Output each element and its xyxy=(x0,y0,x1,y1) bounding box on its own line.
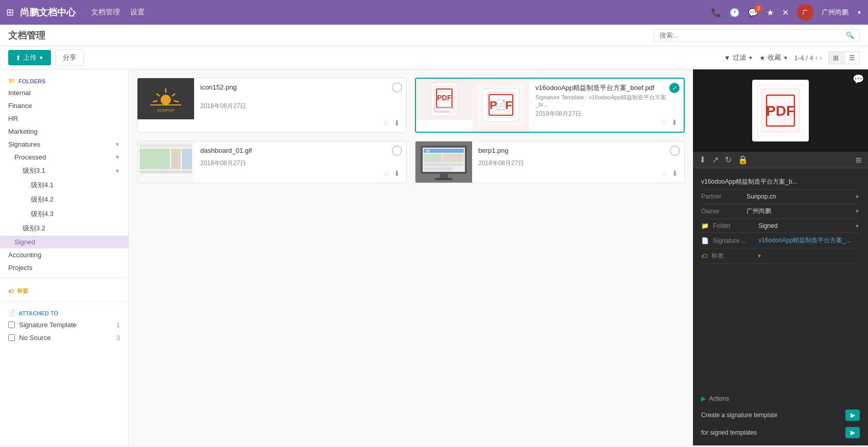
nav-documents[interactable]: 文档管理 xyxy=(91,8,120,17)
checkbox-sig-input[interactable] xyxy=(8,321,15,328)
select-berp1[interactable] xyxy=(670,146,680,156)
attached-to-section-title: 📄 ATTACHED TO xyxy=(0,306,128,318)
collect-button[interactable]: ★ 收藏 ▼ xyxy=(759,53,788,62)
sidebar-item-projects[interactable]: Projects xyxy=(0,261,128,274)
share-panel-icon[interactable]: ↗ xyxy=(712,155,719,165)
star-dashboard[interactable]: ☆ xyxy=(383,169,390,177)
field-partner-select[interactable]: Sunpop.cn ▼ xyxy=(747,193,860,200)
folder-section-icon: 📁 xyxy=(8,78,15,84)
sidebar-item-level43[interactable]: 级别4.3 xyxy=(0,207,128,221)
sidebar-item-internal[interactable]: Internal xyxy=(0,86,128,99)
file-name-berp1: berp1.png xyxy=(478,147,678,155)
file-card-berp1[interactable]: 用 berp1.png 2018年08月27日 ☆ ⬇ xyxy=(415,141,685,183)
file-thumb-icon152: SUNPOP xyxy=(137,78,194,119)
top-nav: ⊞ 尚鹏文档中心 文档管理 设置 📞 🕐 💬 3 ★ ✕ 广 广州尚鹏 ▼ xyxy=(0,0,868,25)
chat-badge: 3 xyxy=(754,5,762,13)
file-card-v16brief[interactable]: PDF PDF 📄 v16odooApp精益制造平台方案_brief.pdf xyxy=(415,78,685,133)
field-tags-select[interactable]: ▼ xyxy=(757,253,860,259)
field-owner-select[interactable]: 广州尚鹏 ▼ xyxy=(747,207,860,216)
chat-icon[interactable]: 💬 3 xyxy=(748,8,758,17)
file-actions-berp1: 2018年08月27日 xyxy=(478,159,678,168)
star-icon152[interactable]: ☆ xyxy=(383,119,390,127)
filter-button[interactable]: ▼ 过滤 ▼ xyxy=(724,53,753,62)
file-name-v16brief: v16odooApp精益制造平台方案_brief.pdf xyxy=(535,84,678,93)
select-icon152[interactable] xyxy=(392,82,402,93)
field-folder-select[interactable]: Signed ▼ xyxy=(758,222,860,229)
file-info-dashboard: dashboard_01.gif 2018年08月27日 ☆ ⬇ xyxy=(194,141,406,183)
apps-grid-icon[interactable]: ⊞ xyxy=(6,7,14,18)
main-layout: 📁 FOLDERS Internal Finance HR Marketing … xyxy=(0,69,868,445)
collect-dropdown-icon[interactable]: ▼ xyxy=(783,55,788,61)
upload-button[interactable]: ⬆ 上传 ▼ xyxy=(8,50,51,65)
file-grid: SUNPOP icon152.png 2018年08月27日 ☆ ⬇ xyxy=(137,78,685,183)
file-name-icon152: icon152.png xyxy=(200,83,400,92)
search-bar[interactable]: 🔍 xyxy=(654,29,860,42)
action-go-for-signed[interactable]: ▶ xyxy=(845,427,860,438)
comment-icon[interactable]: 💬 xyxy=(853,74,864,85)
action-go-create-sig[interactable]: ▶ xyxy=(845,409,860,421)
sidebar-item-finance[interactable]: Finance xyxy=(0,99,128,112)
sidebar-item-signatures[interactable]: Signatures ▼ xyxy=(0,138,128,151)
refresh-panel-icon[interactable]: ↻ xyxy=(725,155,732,165)
list-view-button[interactable]: ☰ xyxy=(844,51,860,64)
star-v16brief[interactable]: ☆ xyxy=(661,118,667,127)
filter-dropdown-icon[interactable]: ▼ xyxy=(748,55,753,61)
clock-icon[interactable]: 🕐 xyxy=(730,8,740,17)
content-area: SUNPOP icon152.png 2018年08月27日 ☆ ⬇ xyxy=(129,69,693,445)
lock-panel-icon[interactable]: 🔒 xyxy=(738,155,748,165)
svg-rect-14 xyxy=(434,108,455,109)
close-nav-icon[interactable]: ✕ xyxy=(782,8,789,17)
checkbox-nosrc-input[interactable] xyxy=(8,334,15,341)
file-card-dashboard[interactable]: dashboard_01.gif 2018年08月27日 ☆ ⬇ xyxy=(137,141,407,183)
select-v16brief[interactable]: ✓ xyxy=(669,83,680,93)
sidebar-item-accounting[interactable]: Accounting xyxy=(0,248,128,261)
star-berp1[interactable]: ☆ xyxy=(661,169,668,177)
user-name[interactable]: 广州尚鹏 xyxy=(822,8,848,17)
sidebar-item-level41[interactable]: 级别4.1 xyxy=(0,178,128,192)
svg-rect-15 xyxy=(434,111,449,112)
download-v16brief[interactable]: ⬇ xyxy=(671,118,678,127)
nav-settings[interactable]: 设置 xyxy=(130,8,145,17)
download-panel-icon[interactable]: ⬇ xyxy=(699,155,706,165)
field-row-owner: Owner 广州尚鹏 ▼ xyxy=(701,204,860,219)
field-value-signature[interactable]: v16odooApp精益制造平台方案_... xyxy=(758,236,860,245)
phone-icon[interactable]: 📞 xyxy=(711,8,721,17)
search-input[interactable] xyxy=(659,31,846,39)
sidebar-item-marketing[interactable]: Marketing xyxy=(0,125,128,138)
share-button[interactable]: 分享 xyxy=(55,49,84,66)
checkbox-no-source[interactable]: No Source 3 xyxy=(0,331,128,344)
avatar[interactable]: 广 xyxy=(797,4,813,21)
signature-field-icon: 📄 xyxy=(701,237,709,244)
grid-view-button[interactable]: ⊞ xyxy=(828,51,843,64)
download-icon152[interactable]: ⬇ xyxy=(394,119,400,127)
file-thumb-v16brief: PDF xyxy=(416,79,473,120)
field-row-signature: 📄 Signature ... v16odooApp精益制造平台方案_... xyxy=(701,233,860,248)
checkbox-signature-template[interactable]: Signature Template 1 xyxy=(0,318,128,331)
prev-page-button[interactable]: ‹ xyxy=(815,53,818,62)
search-icon[interactable]: 🔍 xyxy=(846,31,854,39)
user-dropdown-icon[interactable]: ▼ xyxy=(857,10,862,15)
upload-dropdown-arrow[interactable]: ▼ xyxy=(39,55,44,61)
tags-dropdown-arrow: ▼ xyxy=(757,253,762,259)
star-nav-icon[interactable]: ★ xyxy=(767,8,774,17)
sidebar-item-level31[interactable]: 级别3.1 ▼ xyxy=(0,164,128,178)
next-page-button[interactable]: › xyxy=(820,53,822,62)
grid-panel-icon[interactable]: ⊞ xyxy=(856,156,862,164)
signatures-chevron: ▼ xyxy=(115,141,120,147)
sidebar-item-level32[interactable]: 级别3.2 xyxy=(0,221,128,236)
toolbar-right: ▼ 过滤 ▼ ★ 收藏 ▼ 1-4 / 4 ‹ › ⊞ ☰ xyxy=(724,51,860,64)
file-card-icon152[interactable]: SUNPOP icon152.png 2018年08月27日 ☆ ⬇ xyxy=(137,78,407,133)
sub-header: 文档管理 🔍 xyxy=(0,25,868,46)
svg-text:PDF: PDF xyxy=(437,94,452,102)
actions-triangle-icon: ▶ xyxy=(701,395,706,402)
sidebar-item-hr[interactable]: HR xyxy=(0,112,128,125)
actions-header[interactable]: ▶ Actions xyxy=(701,395,860,402)
sidebar-item-signed[interactable]: Signed xyxy=(0,236,128,248)
download-dashboard[interactable]: ⬇ xyxy=(394,169,400,177)
sidebar-item-processed[interactable]: Processed ▼ xyxy=(0,151,128,164)
sidebar-item-level42[interactable]: 级别4.2 xyxy=(0,192,128,207)
file-date-dashboard: 2018年08月27日 xyxy=(200,159,246,168)
select-dashboard[interactable] xyxy=(392,146,402,156)
action-row-for-signed: for signed templates ▶ xyxy=(701,424,860,441)
download-berp1[interactable]: ⬇ xyxy=(672,169,678,177)
